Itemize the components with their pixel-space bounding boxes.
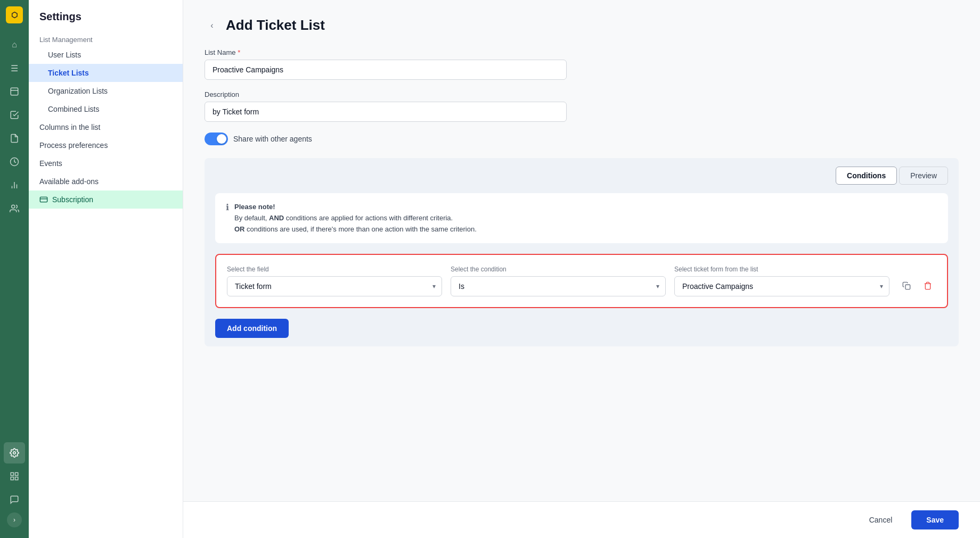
delete-condition-button[interactable]: [919, 277, 936, 294]
description-input[interactable]: [205, 102, 567, 122]
field-select-label: Select the field: [227, 266, 442, 273]
svg-point-6: [13, 452, 16, 454]
description-label: Description: [205, 90, 959, 98]
list-icon[interactable]: ☰: [4, 57, 25, 79]
list-name-group: List Name *: [205, 48, 959, 80]
value-select-wrapper: Proactive Campaigns Support Sales Billin…: [674, 276, 889, 296]
svg-rect-13: [905, 285, 910, 289]
home-icon[interactable]: ⌂: [4, 34, 25, 55]
sidebar-item-add-ons[interactable]: Available add-ons: [29, 172, 183, 191]
cancel-button[interactable]: Cancel: [856, 510, 905, 529]
add-condition-button[interactable]: Add condition: [215, 319, 289, 338]
sidebar-item-events[interactable]: Events: [29, 154, 183, 172]
tabs-row: Conditions Preview: [215, 167, 948, 185]
sidebar-item-user-lists[interactable]: User Lists: [29, 46, 183, 64]
condition-row: Select the field Ticket form Status Prio…: [227, 266, 936, 296]
list-name-label: List Name *: [205, 48, 959, 56]
share-toggle[interactable]: [205, 133, 228, 145]
expand-icon[interactable]: ›: [7, 512, 22, 527]
svg-rect-0: [11, 88, 18, 95]
copy-condition-button[interactable]: [898, 277, 915, 294]
value-select-group: Select ticket form from the list Proacti…: [674, 266, 889, 296]
sidebar-item-organization-lists[interactable]: Organization Lists: [29, 82, 183, 100]
page-footer: Cancel Save: [183, 501, 980, 538]
chat-icon[interactable]: [4, 489, 25, 510]
inbox-icon[interactable]: [4, 81, 25, 102]
svg-point-5: [12, 205, 15, 208]
app-logo: ⬡: [6, 6, 23, 23]
field-select-group: Select the field Ticket form Status Prio…: [227, 266, 442, 296]
svg-rect-9: [15, 477, 18, 480]
svg-rect-11: [40, 197, 47, 202]
svg-rect-8: [15, 473, 18, 475]
field-select-wrapper: Ticket form Status Priority Assignee Tea…: [227, 276, 442, 296]
settings-icon[interactable]: [4, 442, 25, 463]
notes-icon[interactable]: [4, 128, 25, 149]
toggle-row: Share with other agents: [205, 133, 959, 145]
tab-conditions[interactable]: Conditions: [836, 167, 897, 185]
save-button[interactable]: Save: [911, 510, 959, 529]
sidebar-item-subscription[interactable]: Subscription: [29, 191, 183, 209]
reports-icon[interactable]: [4, 104, 25, 126]
notice-box: ℹ Please note! By default, AND condition…: [215, 193, 948, 243]
sidebar-item-columns[interactable]: Columns in the list: [29, 118, 183, 136]
list-name-input[interactable]: [205, 60, 567, 80]
back-button[interactable]: ‹: [205, 18, 219, 33]
notice-text: Please note! By default, AND conditions …: [234, 202, 477, 235]
tabs-area: Conditions Preview ℹ Please note! By def…: [205, 158, 959, 346]
sidebar: Settings List Management User Lists Tick…: [29, 0, 183, 538]
apps-icon[interactable]: [4, 466, 25, 487]
svg-rect-7: [11, 473, 13, 475]
sidebar-item-combined-lists[interactable]: Combined Lists: [29, 100, 183, 118]
icon-bar: ⬡ ⌂ ☰ ›: [0, 0, 29, 538]
condition-select-label: Select the condition: [451, 266, 666, 273]
main-content: ‹ Add Ticket List List Name * Descriptio…: [183, 0, 980, 538]
condition-select-wrapper: Is Is not Contains Does not contain ▾: [451, 276, 666, 296]
condition-select-group: Select the condition Is Is not Contains …: [451, 266, 666, 296]
info-icon: ℹ: [226, 202, 229, 212]
toggle-knob: [217, 134, 226, 144]
page-title: Add Ticket List: [226, 17, 325, 34]
value-select-label: Select ticket form from the list: [674, 266, 889, 273]
page-header: ‹ Add Ticket List: [205, 17, 959, 34]
svg-rect-10: [11, 477, 13, 480]
sidebar-item-ticket-lists[interactable]: Ticket Lists: [29, 64, 183, 82]
toggle-label: Share with other agents: [233, 135, 312, 143]
field-select[interactable]: Ticket form Status Priority Assignee Tea…: [227, 276, 442, 296]
clock-icon[interactable]: [4, 151, 25, 172]
tab-preview[interactable]: Preview: [899, 167, 948, 185]
condition-actions: [898, 277, 936, 296]
condition-select[interactable]: Is Is not Contains Does not contain: [451, 276, 666, 296]
description-group: Description: [205, 90, 959, 122]
list-management-label: List Management: [29, 31, 183, 46]
chart-icon[interactable]: [4, 175, 25, 196]
sidebar-title: Settings: [29, 11, 183, 31]
sidebar-item-process-prefs[interactable]: Process preferences: [29, 136, 183, 154]
contacts-icon[interactable]: [4, 198, 25, 219]
value-select[interactable]: Proactive Campaigns Support Sales Billin…: [674, 276, 889, 296]
condition-container: Select the field Ticket form Status Prio…: [215, 254, 948, 308]
